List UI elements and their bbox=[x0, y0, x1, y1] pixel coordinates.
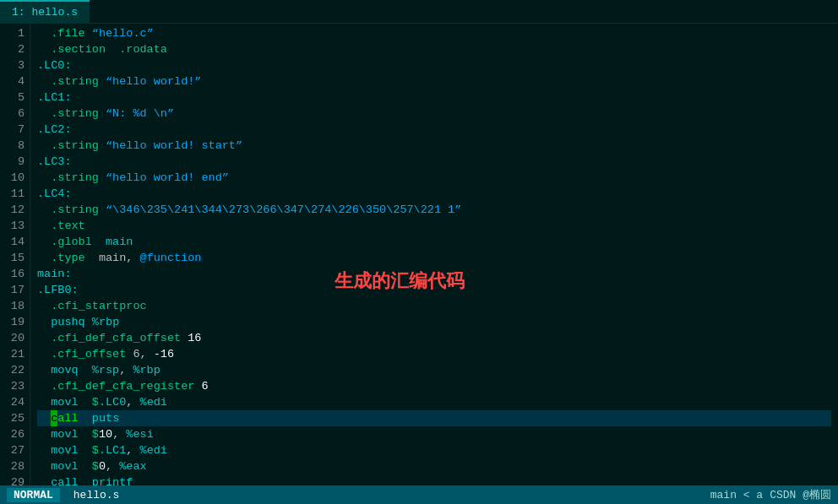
code-line: .type main, @function bbox=[37, 250, 831, 266]
line-number: 27 bbox=[3, 442, 24, 458]
code-line: .string “hello world!” bbox=[37, 73, 831, 89]
code-line: movl $.LC0, %edi bbox=[37, 394, 831, 410]
code-area: 1234567891011121314151617181920212223242… bbox=[0, 24, 838, 485]
csdn-label: CSDN @椭圆 bbox=[770, 487, 831, 502]
line-number: 20 bbox=[3, 330, 24, 346]
status-filename: hello.s bbox=[73, 489, 120, 501]
code-line: .LC0: bbox=[37, 57, 831, 73]
code-line: .globl main bbox=[37, 234, 831, 250]
code-line: .LC4: bbox=[37, 186, 831, 202]
code-line: .text bbox=[37, 218, 831, 234]
line-number: 25 bbox=[3, 410, 24, 426]
line-number: 8 bbox=[3, 138, 24, 154]
code-line: movq %rsp, %rbp bbox=[37, 362, 831, 378]
code-line: call puts bbox=[37, 410, 831, 426]
line-number: 4 bbox=[3, 73, 24, 89]
mode-badge: NORMAL bbox=[7, 488, 60, 502]
line-number: 22 bbox=[3, 362, 24, 378]
line-number: 1 bbox=[3, 25, 24, 41]
code-line: main: bbox=[37, 266, 831, 282]
line-number: 12 bbox=[3, 202, 24, 218]
line-number: 5 bbox=[3, 89, 24, 106]
code-line: .LC2: bbox=[37, 122, 831, 138]
line-number: 10 bbox=[3, 170, 24, 186]
code-line: .LC3: bbox=[37, 154, 831, 170]
code-line: .string “\346\235\241\344\273\266\347\27… bbox=[37, 202, 831, 218]
line-number: 29 bbox=[3, 474, 24, 485]
line-number: 28 bbox=[3, 458, 24, 474]
active-tab[interactable]: 1: hello.s bbox=[0, 0, 90, 24]
line-number: 9 bbox=[3, 154, 24, 170]
line-number: 11 bbox=[3, 186, 24, 202]
line-number: 14 bbox=[3, 234, 24, 250]
code-line: movl $10, %esi bbox=[37, 426, 831, 442]
line-number: 19 bbox=[3, 314, 24, 330]
code-line: movl $.LC1, %edi bbox=[37, 442, 831, 458]
code-line: call printf bbox=[37, 474, 831, 485]
line-number: 13 bbox=[3, 218, 24, 234]
line-number: 17 bbox=[3, 282, 24, 298]
code-lines: .file “hello.c” .section .rodata.LC0: .s… bbox=[30, 24, 838, 485]
line-number: 21 bbox=[3, 346, 24, 362]
code-line: .string “hello world! end” bbox=[37, 170, 831, 186]
code-line: pushq %rbp bbox=[37, 314, 831, 330]
line-number: 7 bbox=[3, 122, 24, 138]
code-line: .string “hello world! start” bbox=[37, 138, 831, 154]
line-numbers: 1234567891011121314151617181920212223242… bbox=[0, 24, 30, 485]
code-line: .file “hello.c” bbox=[37, 25, 831, 41]
code-line: .cfi_def_cfa_register 6 bbox=[37, 378, 831, 394]
tab-bar: 1: hello.s bbox=[0, 0, 838, 24]
code-line: .cfi_startproc bbox=[37, 298, 831, 314]
code-line: .section .rodata bbox=[37, 41, 831, 57]
editor-container: 1: hello.s 12345678910111213141516171819… bbox=[0, 0, 838, 504]
line-number: 6 bbox=[3, 106, 24, 122]
code-line: .LFB0: bbox=[37, 282, 831, 298]
line-number: 26 bbox=[3, 426, 24, 442]
status-bar: NORMAL hello.s main < a CSDN @椭圆 bbox=[0, 485, 838, 504]
status-right: main < a CSDN @椭圆 bbox=[710, 487, 831, 502]
line-number: 18 bbox=[3, 298, 24, 314]
line-number: 15 bbox=[3, 250, 24, 266]
line-number: 2 bbox=[3, 41, 24, 57]
line-number: 23 bbox=[3, 378, 24, 394]
status-left: NORMAL hello.s bbox=[7, 488, 119, 502]
code-line: .LC1: bbox=[37, 89, 831, 106]
code-line: .string “N: %d \n” bbox=[37, 106, 831, 122]
line-number: 24 bbox=[3, 394, 24, 410]
line-number: 16 bbox=[3, 266, 24, 282]
status-right-info: main < a bbox=[710, 489, 763, 501]
code-line: .cfi_def_cfa_offset 16 bbox=[37, 330, 831, 346]
code-line: .cfi_offset 6, -16 bbox=[37, 346, 831, 362]
line-number: 3 bbox=[3, 57, 24, 73]
code-line: movl $0, %eax bbox=[37, 458, 831, 474]
